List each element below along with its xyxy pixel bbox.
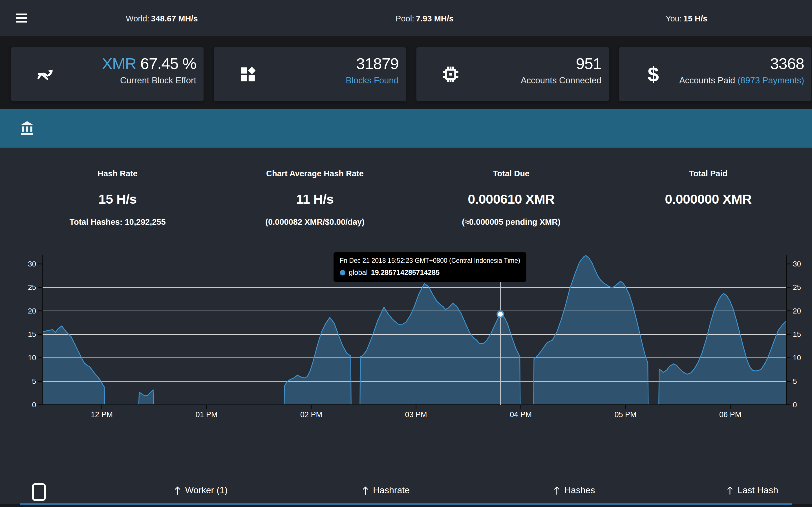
svg-text:01 PM: 01 PM — [196, 410, 218, 419]
stat-label: Total Due — [462, 169, 560, 178]
svg-text:0: 0 — [32, 400, 36, 409]
stat-chart-average: Chart Average Hash Rate 11 H/s (0.000082… — [265, 169, 364, 227]
card-body: XMR 67.45 % Current Block Effort — [102, 56, 197, 86]
blocks-icon — [239, 65, 257, 83]
svg-text:30: 30 — [793, 260, 801, 268]
pool-label: Pool: — [396, 14, 414, 23]
card-body: 951 Accounts Connected — [521, 56, 601, 86]
stat-hash-rate: Hash Rate 15 H/s Total Hashes: 10,292,25… — [69, 169, 165, 227]
accounts-paid-value: 3368 — [679, 56, 804, 71]
payments-link[interactable]: (8973 Payments) — [738, 75, 804, 86]
svg-text:06 PM: 06 PM — [719, 410, 741, 419]
stat-label: Hash Rate — [69, 169, 165, 178]
dollar-icon: $ — [644, 65, 663, 83]
svg-text:20: 20 — [28, 307, 36, 315]
svg-text:15: 15 — [28, 330, 36, 339]
bank-icon — [18, 119, 36, 136]
svg-text:15: 15 — [793, 330, 801, 339]
accounts-connected-value: 951 — [521, 56, 601, 71]
toggle-row: Show real hashrate — [0, 431, 812, 450]
stat-sub: (≈0.000005 pending XMR) — [462, 217, 560, 227]
your-hashrate: You:15 H/s — [666, 14, 707, 23]
world-hashrate: World:348.67 MH/s — [126, 14, 198, 23]
select-all-checkbox[interactable] — [32, 483, 46, 501]
table-divider — [20, 503, 792, 505]
svg-text:5: 5 — [793, 377, 797, 386]
svg-text:10: 10 — [28, 353, 36, 362]
tooltip-value: 19.285714285714285 — [371, 269, 440, 277]
svg-text:25: 25 — [793, 283, 801, 291]
svg-text:25: 25 — [28, 283, 36, 291]
stat-value: 11 H/s — [265, 191, 364, 207]
stat-value: 0.000000 XMR — [665, 191, 752, 207]
menu-icon[interactable] — [16, 13, 27, 22]
column-header-hashrate[interactable]: Hashrate — [362, 485, 410, 496]
effort-percent: 67.45 % — [136, 55, 196, 72]
sort-arrow-icon — [174, 486, 181, 495]
world-label: World: — [126, 14, 149, 23]
menu-bar — [16, 21, 27, 22]
column-header-last-hash[interactable]: Last Hash — [726, 485, 778, 496]
you-label: You: — [666, 14, 682, 23]
world-value: 348.67 MH/s — [151, 14, 198, 23]
card-label: Accounts Connected — [521, 75, 601, 86]
card-label: Current Block Effort — [102, 75, 197, 86]
tooltip-value-row: global 19.285714285714285 — [340, 269, 520, 277]
tooltip-time: Fri Dec 21 2018 15:52:23 GMT+0800 (Centr… — [340, 257, 520, 265]
column-header-hashes[interactable]: Hashes — [553, 485, 595, 496]
svg-text:10: 10 — [793, 353, 801, 362]
sort-arrow-icon — [553, 486, 560, 495]
sort-arrow-icon — [726, 486, 733, 495]
menu-bar — [16, 17, 27, 19]
svg-text:02 PM: 02 PM — [300, 410, 322, 419]
card-body: 31879 Blocks Found — [346, 56, 399, 86]
svg-text:30: 30 — [28, 260, 36, 268]
svg-text:5: 5 — [32, 377, 36, 386]
stat-value: 15 H/s — [69, 191, 165, 207]
blocks-found-link[interactable]: Blocks Found — [346, 75, 399, 86]
column-header-worker[interactable]: Worker (1) — [174, 485, 228, 496]
card-label: Blocks Found — [346, 75, 399, 86]
pool-hashrate: Pool:7.93 MH/s — [396, 14, 454, 23]
blocks-found-value: 31879 — [346, 56, 399, 71]
series-dot-icon — [340, 270, 345, 276]
card-block-effort: XMR 67.45 % Current Block Effort — [11, 47, 204, 101]
card-accounts-paid: $ 3368 Accounts Paid (8973 Payments) — [619, 47, 811, 101]
svg-text:04 PM: 04 PM — [510, 410, 532, 419]
svg-text:20: 20 — [793, 307, 801, 315]
stat-label: Total Paid — [665, 169, 752, 178]
multiline-chart-icon — [36, 65, 55, 83]
menu-bar — [16, 13, 27, 15]
stat-sub: (0.000082 XMR/$0.00/day) — [265, 217, 364, 227]
stat-total-due: Total Due 0.000610 XMR (≈0.000005 pendin… — [462, 169, 560, 227]
svg-text:0: 0 — [793, 400, 797, 409]
miner-group-banner: (Last hash is 2 minutes ago) ✕ — [0, 109, 812, 148]
card-accounts-connected: 951 Accounts Connected — [416, 47, 609, 101]
stat-sub: Total Hashes: 10,292,255 — [69, 217, 165, 227]
card-body: 3368 Accounts Paid (8973 Payments) — [679, 56, 804, 86]
pool-value: 7.93 MH/s — [416, 14, 454, 23]
card-label: Accounts Paid (8973 Payments) — [679, 75, 804, 86]
chart-tooltip: Fri Dec 21 2018 15:52:23 GMT+0800 (Centr… — [334, 252, 526, 282]
chip-icon — [441, 65, 460, 83]
block-effort-value: XMR 67.45 % — [102, 56, 197, 71]
you-value: 15 H/s — [683, 14, 707, 23]
card-blocks-found: 31879 Blocks Found — [214, 47, 406, 101]
xmr-tag: XMR — [102, 55, 136, 72]
svg-text:05 PM: 05 PM — [615, 410, 637, 419]
topbar: World:348.67 MH/s Pool:7.93 MH/s You:15 … — [0, 0, 812, 36]
tooltip-series: global — [349, 269, 368, 277]
stat-label: Chart Average Hash Rate — [265, 169, 364, 178]
svg-text:03 PM: 03 PM — [405, 410, 427, 419]
sort-arrow-icon — [362, 486, 369, 495]
svg-text:12 PM: 12 PM — [91, 410, 113, 419]
stat-value: 0.000610 XMR — [462, 191, 560, 207]
stat-total-paid: Total Paid 0.000000 XMR — [665, 169, 752, 217]
